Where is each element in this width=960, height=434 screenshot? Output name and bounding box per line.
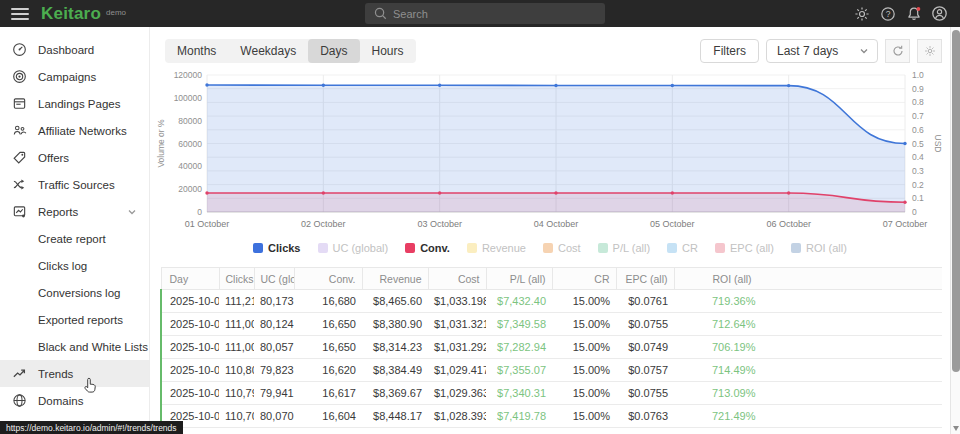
column-header-conv[interactable]: Conv. <box>294 268 362 290</box>
sidebar-item-campaigns[interactable]: Campaigns <box>0 63 149 90</box>
sidebar-item-offers[interactable]: Offers <box>0 144 149 171</box>
table-row[interactable]: 2025-10-02111,0080,12416,650$8,380.90$1,… <box>161 313 942 336</box>
table-row[interactable]: 2025-10-05110,7979,94116,617$8,369.67$1,… <box>161 382 942 405</box>
global-search[interactable] <box>365 3 605 24</box>
column-header-cost[interactable]: Cost <box>428 268 486 290</box>
legend-swatch <box>405 243 415 253</box>
column-header-revenue[interactable]: Revenue <box>362 268 428 290</box>
column-header-day[interactable]: Day <box>161 268 219 290</box>
scrollbar-thumb[interactable] <box>952 30 960 372</box>
svg-text:01 October: 01 October <box>185 219 230 229</box>
sidebar-item-label: Clicks log <box>38 260 87 272</box>
sidebar-item-label: Affiliate Networks <box>38 125 127 137</box>
period-tabs: MonthsWeekdaysDaysHours <box>165 39 416 63</box>
sidebar-item-exported-reports[interactable]: Exported reports <box>0 306 149 333</box>
trends-chart[interactable]: 00.10.20.30.40.50.60.70.80.91.001 Octobe… <box>152 70 942 235</box>
settings-button[interactable] <box>853 5 870 22</box>
table-cell: $4,270.02 <box>486 428 552 434</box>
menu-toggle-icon[interactable] <box>11 8 29 20</box>
search-input[interactable] <box>393 8 573 20</box>
legend-item-uc-global[interactable]: UC (global) <box>318 242 389 254</box>
legend-item-roi-all[interactable]: ROI (all) <box>791 242 847 254</box>
tab-days[interactable]: Days <box>308 39 359 63</box>
svg-text:05 October: 05 October <box>650 219 695 229</box>
sidebar-item-conversions-log[interactable]: Conversions log <box>0 279 149 306</box>
sidebar-item-trends[interactable]: Trends <box>0 360 149 387</box>
svg-text:80000: 80000 <box>178 116 202 126</box>
domains-icon <box>11 393 27 409</box>
legend-item-conv[interactable]: Conv. <box>405 242 450 254</box>
table-row[interactable]: 2025-10-03111,0080,05716,650$8,314.23$1,… <box>161 336 942 359</box>
legend-swatch <box>543 243 553 253</box>
affiliate-icon <box>11 123 27 139</box>
filters-button[interactable]: Filters <box>700 39 759 63</box>
legend-label: P/L (all) <box>613 242 651 254</box>
table-row[interactable]: 2025-10-01111,2180,17316,680$8,465.60$1,… <box>161 290 942 313</box>
chart-legend: ClicksUC (global)Conv.RevenueCostP/L (al… <box>150 239 950 257</box>
user-button[interactable] <box>931 5 948 22</box>
svg-text:0: 0 <box>912 207 917 217</box>
chart-settings-button[interactable] <box>917 39 942 63</box>
legend-item-cost[interactable]: Cost <box>543 242 581 254</box>
legend-item-p-l-all[interactable]: P/L (all) <box>598 242 651 254</box>
bell-icon <box>906 6 922 22</box>
legend-item-epc-all[interactable]: EPC (all) <box>715 242 774 254</box>
scrollbar[interactable] <box>950 27 960 434</box>
legend-swatch <box>318 243 328 253</box>
sidebar-item-create-report[interactable]: Create report <box>0 225 149 252</box>
sidebar-item-domains[interactable]: Domains <box>0 387 149 414</box>
legend-item-revenue[interactable]: Revenue <box>467 242 526 254</box>
app-logo[interactable]: Keitarodemo <box>41 4 126 24</box>
table-row[interactable]: 2025-10-04110,8079,82316,620$8,384.49$1,… <box>161 359 942 382</box>
legend-swatch <box>253 243 263 253</box>
link-preview-url: https://demo.keitaro.io/admin/#!/trends/… <box>6 423 177 433</box>
notifications-button[interactable] <box>905 5 922 22</box>
sidebar-item-affiliate-networks[interactable]: Affiliate Networks <box>0 117 149 144</box>
date-range-select[interactable]: Last 7 days <box>766 39 878 63</box>
svg-text:1.0: 1.0 <box>912 70 924 80</box>
tab-weekdays[interactable]: Weekdays <box>228 39 308 63</box>
table-cell: $1,029.4177 <box>428 359 486 382</box>
sidebar-item-traffic-sources[interactable]: Traffic Sources <box>0 171 149 198</box>
table-cell: 713.09% <box>674 382 942 405</box>
column-header-p-l-all[interactable]: P/L (all) <box>486 268 552 290</box>
column-header-cr[interactable]: CR <box>552 268 616 290</box>
tab-hours[interactable]: Hours <box>360 39 416 63</box>
column-header-epc-all[interactable]: EPC (all) <box>616 268 674 290</box>
sidebar-item-landings-pages[interactable]: Landings Pages <box>0 90 149 117</box>
table-cell: $8,448.17 <box>362 405 428 428</box>
sidebar-item-clicks-log[interactable]: Clicks log <box>0 252 149 279</box>
scrollbar-down-arrow[interactable] <box>953 426 959 431</box>
table-cell: $1,028.3930 <box>428 405 486 428</box>
column-header-roi-all[interactable]: ROI (all) <box>674 268 942 290</box>
table-cell: $7,432.40 <box>486 290 552 313</box>
table-cell: 60,00 <box>219 428 254 434</box>
tab-months[interactable]: Months <box>165 39 228 63</box>
legend-item-clicks[interactable]: Clicks <box>253 242 300 254</box>
sidebar-list: DashboardCampaignsLandings PagesAffiliat… <box>0 36 149 414</box>
table-cell: $7,419.78 <box>486 405 552 428</box>
sidebar-item-black-and-white-lists[interactable]: Black and White Lists <box>0 333 149 360</box>
svg-text:0.7: 0.7 <box>912 111 924 121</box>
table-cell: $8,369.67 <box>362 382 428 405</box>
sidebar-item-label: Domains <box>38 395 83 407</box>
sidebar-item-reports[interactable]: Reports <box>0 198 149 225</box>
sidebar-item-dashboard[interactable]: Dashboard <box>0 36 149 63</box>
offers-icon <box>11 150 27 166</box>
refresh-button[interactable] <box>885 39 910 63</box>
legend-label: UC (global) <box>333 242 389 254</box>
column-header-uc-global[interactable]: UC (global) <box>254 268 294 290</box>
svg-text:0: 0 <box>197 207 202 217</box>
table-cell: 16,604 <box>294 405 362 428</box>
column-header-clicks[interactable]: Clicks <box>219 268 254 290</box>
toolbar: MonthsWeekdaysDaysHours Filters Last 7 d… <box>165 39 942 63</box>
legend-item-cr[interactable]: CR <box>667 242 698 254</box>
sidebar-item-label: Create report <box>38 233 106 245</box>
sidebar-item-label: Trends <box>38 368 73 380</box>
logo-badge: demo <box>106 8 126 17</box>
help-button[interactable]: ? <box>879 5 896 22</box>
table-row[interactable]: 2025-10-06110,7080,07016,604$8,448.17$1,… <box>161 405 942 428</box>
svg-text:07 October: 07 October <box>883 219 928 229</box>
table-row[interactable]: 2025-10-0760,0045,9009,540$4,860.12$590.… <box>161 428 942 434</box>
sidebar-item-label: Dashboard <box>38 44 94 56</box>
